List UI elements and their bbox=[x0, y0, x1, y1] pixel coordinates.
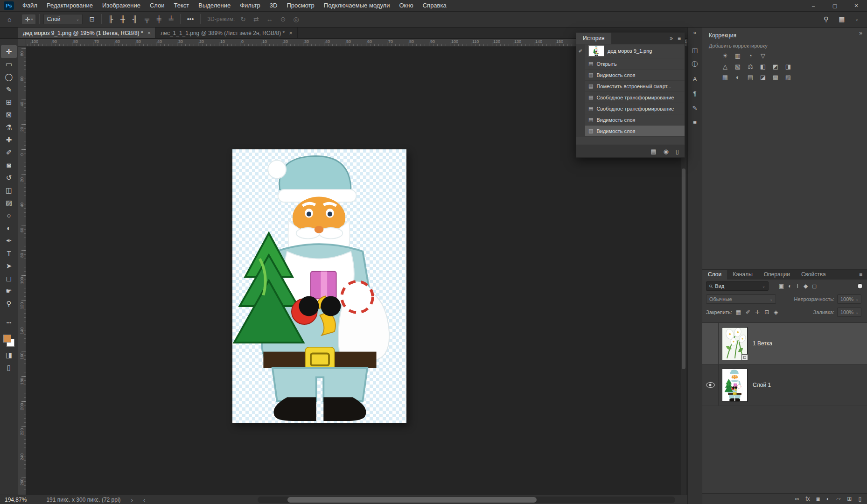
history-step[interactable]: ▤ Видимость слоя bbox=[576, 70, 685, 81]
presets-panel-icon[interactable]: ≡ bbox=[689, 116, 701, 128]
lock-position-icon[interactable]: ✛ bbox=[755, 309, 760, 315]
history-source-cell[interactable] bbox=[576, 58, 585, 69]
type-tool[interactable]: T bbox=[1, 247, 17, 259]
layer-row-sloy1[interactable]: Слой 1 bbox=[702, 364, 867, 406]
collapse-dock-icon[interactable]: » bbox=[859, 30, 862, 36]
lock-all-icon[interactable]: ◈ bbox=[774, 309, 778, 315]
color-balance-icon[interactable]: ⚖ bbox=[745, 62, 755, 71]
horizontal-scrollbar[interactable] bbox=[258, 497, 675, 503]
gradient-map-icon[interactable]: ▩ bbox=[770, 73, 781, 82]
auto-select-dropdown[interactable]: Слой ⌄ bbox=[43, 14, 83, 24]
shape-tool[interactable]: ◻ bbox=[1, 272, 17, 285]
document-tab-les[interactable]: лес_1_1_1.png @ 389% (Лист зелё 2н, RGB/… bbox=[156, 28, 298, 38]
align-center-v-icon[interactable]: ╪ bbox=[154, 15, 164, 23]
layer-effects-icon[interactable]: fx bbox=[805, 496, 810, 502]
ruler-origin-box[interactable] bbox=[18, 39, 26, 47]
color-lookup-icon[interactable]: ▦ bbox=[720, 73, 730, 82]
layer-thumbnail[interactable] bbox=[722, 369, 747, 401]
lock-pixels-icon[interactable]: ✐ bbox=[746, 309, 750, 315]
frame-tool[interactable]: ⊠ bbox=[1, 108, 17, 121]
close-button[interactable]: ✕ bbox=[846, 0, 867, 11]
menu-help[interactable]: Справка bbox=[418, 0, 451, 11]
menu-filter[interactable]: Фильтр bbox=[235, 0, 265, 11]
search-icon[interactable]: ⚲ bbox=[821, 15, 831, 23]
foreground-color-swatch[interactable] bbox=[3, 335, 11, 343]
align-right-icon[interactable]: ╢ bbox=[130, 15, 140, 23]
layer-name[interactable]: Слой 1 bbox=[753, 382, 771, 388]
vibrance-icon[interactable]: △ bbox=[720, 62, 730, 71]
info-panel-icon[interactable]: ⓘ bbox=[689, 58, 701, 70]
clone-stamp-tool[interactable]: ◙ bbox=[1, 159, 17, 171]
align-bottom-icon[interactable]: ╧ bbox=[166, 15, 176, 23]
lock-transparent-icon[interactable]: ▦ bbox=[736, 309, 741, 315]
panel-menu-icon[interactable]: ≡ bbox=[678, 35, 681, 42]
history-brush-tool[interactable]: ↺ bbox=[1, 171, 17, 184]
zoom-level[interactable]: 194,87% bbox=[5, 497, 27, 503]
menu-layers[interactable]: Слои bbox=[145, 0, 169, 11]
move-tool[interactable]: ✛ bbox=[1, 45, 17, 58]
workspace-switcher-icon[interactable]: ▦ bbox=[836, 15, 847, 23]
new-document-from-state-icon[interactable]: ▤ bbox=[650, 148, 656, 155]
menu-image[interactable]: Изображение bbox=[98, 0, 145, 11]
menu-type[interactable]: Текст bbox=[169, 0, 194, 11]
invert-icon[interactable]: ◐ bbox=[733, 73, 743, 82]
status-menu-arrow[interactable]: › bbox=[131, 497, 133, 504]
collapse-panel-icon[interactable]: » bbox=[670, 35, 673, 42]
delete-layer-icon[interactable]: ▯ bbox=[858, 496, 861, 502]
brightness-contrast-icon[interactable]: ☀ bbox=[720, 51, 730, 60]
status-back-arrow[interactable]: ‹ bbox=[143, 497, 145, 504]
history-source-cell[interactable] bbox=[576, 114, 585, 125]
history-step[interactable]: ▤ Поместить встроенный смарт... bbox=[576, 81, 685, 92]
adjustment-layer-icon[interactable]: ◐ bbox=[826, 496, 830, 502]
threshold-icon[interactable]: ◪ bbox=[758, 73, 768, 82]
gradient-tool[interactable]: ▨ bbox=[1, 196, 17, 209]
black-white-icon[interactable]: ◧ bbox=[758, 62, 768, 71]
scrollbar-thumb[interactable] bbox=[682, 168, 685, 369]
tab-channels[interactable]: Каналы bbox=[727, 270, 758, 280]
blend-mode-dropdown[interactable]: Обычные ⌄ bbox=[706, 294, 776, 304]
paragraph-panel-icon[interactable]: ¶ bbox=[689, 87, 701, 99]
quick-mask-icon[interactable]: ◨ bbox=[1, 349, 17, 361]
history-brush-source-icon[interactable]: ✐ bbox=[576, 44, 585, 58]
tab-layers[interactable]: Слои bbox=[702, 270, 727, 280]
tab-properties[interactable]: Свойства bbox=[796, 270, 832, 280]
pen-tool[interactable]: ✒ bbox=[1, 234, 17, 247]
layer-visibility-toggle[interactable] bbox=[702, 323, 719, 364]
minimize-button[interactable]: – bbox=[803, 0, 824, 11]
eraser-tool[interactable]: ◫ bbox=[1, 184, 17, 196]
path-selection-tool[interactable]: ➤ bbox=[1, 259, 17, 272]
history-step[interactable]: ▤ Открыть bbox=[576, 58, 685, 70]
layer-thumbnail[interactable] bbox=[722, 328, 747, 360]
align-left-icon[interactable]: ╟ bbox=[105, 15, 116, 23]
chevron-down-icon[interactable]: ⌄ bbox=[852, 16, 861, 22]
new-snapshot-icon[interactable]: ◉ bbox=[664, 148, 669, 155]
filter-pixel-layers-icon[interactable]: ▣ bbox=[779, 283, 784, 289]
filter-type-layers-icon[interactable]: T bbox=[796, 283, 799, 289]
marquee-tool[interactable]: ▭ bbox=[1, 58, 17, 70]
channel-mixer-icon[interactable]: ◨ bbox=[783, 62, 793, 71]
crop-tool[interactable]: ⊞ bbox=[1, 96, 17, 108]
expand-panels-icon[interactable]: « bbox=[693, 28, 697, 38]
brush-tool[interactable]: ✐ bbox=[1, 146, 17, 159]
menu-file[interactable]: Файл bbox=[18, 0, 42, 11]
more-options-icon[interactable]: ••• bbox=[184, 15, 197, 23]
layer-name[interactable]: 1 Ветка bbox=[753, 340, 772, 347]
history-panel-tab[interactable]: История bbox=[576, 33, 611, 44]
menu-plugins[interactable]: Подключаемые модули bbox=[319, 0, 395, 11]
history-step[interactable]: ▤ Свободное трансформирование bbox=[576, 92, 685, 103]
link-layers-icon[interactable]: ∞ bbox=[795, 496, 799, 502]
quick-selection-tool[interactable]: ✎ bbox=[1, 83, 17, 96]
scrollbar-thumb[interactable] bbox=[287, 497, 537, 503]
document-canvas[interactable] bbox=[232, 149, 406, 423]
blur-tool[interactable]: ○ bbox=[1, 209, 17, 222]
tab-actions[interactable]: Операции bbox=[758, 270, 796, 280]
hand-tool[interactable]: ☛ bbox=[1, 285, 17, 297]
exposure-icon[interactable]: ▽ bbox=[758, 51, 768, 60]
hue-saturation-icon[interactable]: ▧ bbox=[733, 62, 743, 71]
history-snapshot-row[interactable]: ✐ дед мороз 9_1.png bbox=[576, 44, 685, 58]
photo-filter-icon[interactable]: ◩ bbox=[770, 62, 781, 71]
history-step[interactable]: ▤ Свободное трансформирование bbox=[576, 103, 685, 114]
maximize-button[interactable]: ▢ bbox=[824, 0, 846, 11]
current-tool-preset[interactable]: ✛ ▾ bbox=[22, 14, 35, 24]
filter-adjustment-layers-icon[interactable]: ◐ bbox=[788, 283, 791, 289]
